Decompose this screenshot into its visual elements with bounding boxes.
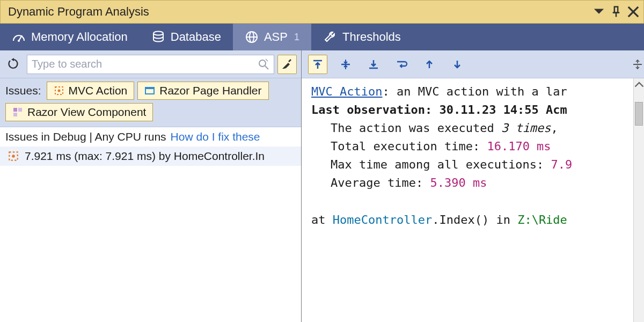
left-pane: Issues: MVC Action Razor Page Handler Ra… xyxy=(0,50,302,322)
expand-up-button[interactable] xyxy=(308,55,327,74)
split-container: Issues: MVC Action Razor Page Handler Ra… xyxy=(0,50,644,322)
mvc-action-icon xyxy=(54,85,64,96)
last-observation-value: 30.11.23 14:55 Acm xyxy=(439,103,567,116)
exec-count-prefix: The action was executed xyxy=(331,121,501,135)
tab-badge: 1 xyxy=(294,32,299,43)
gauge-icon xyxy=(12,30,26,44)
globe-icon xyxy=(245,30,259,44)
total-time-value: 16.170 ms xyxy=(487,140,551,153)
svg-rect-16 xyxy=(145,87,154,89)
avg-time-label: Average time: xyxy=(331,176,430,189)
svg-point-21 xyxy=(12,155,15,158)
refresh-button[interactable] xyxy=(4,55,24,74)
nav-down-button[interactable] xyxy=(448,55,467,74)
svg-rect-17 xyxy=(13,108,17,112)
svg-rect-18 xyxy=(18,108,22,112)
search-icon xyxy=(258,58,269,70)
mvc-desc-text: : an MVC action with a lar xyxy=(382,85,567,98)
razor-component-icon xyxy=(12,107,23,118)
svg-rect-19 xyxy=(13,113,17,116)
tab-strip: Memory Allocation Database ASP 1 Thresho… xyxy=(0,24,644,50)
last-observation-label: Last observation: xyxy=(311,103,439,116)
mvc-action-link[interactable]: MVC Action xyxy=(311,85,382,98)
expand-down-button[interactable] xyxy=(364,55,383,74)
scroll-thumb[interactable] xyxy=(635,102,643,126)
tab-label: Database xyxy=(171,30,221,44)
list-header-text: Issues in Debug | Any CPU runs xyxy=(5,130,166,143)
total-time-label: Total execution time: xyxy=(331,140,487,153)
tab-label: ASP xyxy=(264,30,288,44)
nav-up-button[interactable] xyxy=(420,55,439,74)
avg-time-value: 5.390 ms xyxy=(430,176,487,189)
right-pane: MVC Action: an MVC action with a lar Las… xyxy=(302,50,644,322)
vertical-scrollbar[interactable] xyxy=(633,78,644,322)
svg-point-7 xyxy=(153,32,163,35)
collapse-in-button[interactable] xyxy=(336,55,355,74)
exec-count-suffix: , xyxy=(551,121,558,135)
chip-label: Razor Page Handler xyxy=(159,84,261,97)
exec-count: 3 times xyxy=(501,121,551,135)
stack-at: at xyxy=(311,213,333,226)
max-time-label: Max time among all executions: xyxy=(331,158,551,171)
stack-method: .Index() xyxy=(432,213,489,226)
highlight-toggle[interactable] xyxy=(277,55,297,74)
svg-point-6 xyxy=(18,40,20,42)
right-toolbar xyxy=(302,50,644,78)
stack-type: HomeController xyxy=(333,213,432,226)
left-toolbar xyxy=(0,50,301,78)
stack-in: in xyxy=(489,213,517,226)
chip-razor-page-handler[interactable]: Razor Page Handler xyxy=(137,82,268,100)
help-link[interactable]: How do I fix these xyxy=(171,130,260,143)
chip-label: MVC Action xyxy=(69,84,128,97)
svg-point-14 xyxy=(57,90,60,92)
issue-text: 7.921 ms (max: 7.921 ms) by HomeControll… xyxy=(25,150,265,163)
database-icon xyxy=(151,30,165,44)
split-handle-icon[interactable] xyxy=(632,59,643,70)
issue-filter-row: Issues: MVC Action Razor Page Handler Ra… xyxy=(0,78,301,127)
tab-label: Memory Allocation xyxy=(31,30,128,44)
dropdown-icon[interactable] xyxy=(593,6,605,18)
tab-label: Thresholds xyxy=(342,30,401,44)
tab-thresholds[interactable]: Thresholds xyxy=(311,24,413,50)
wrench-icon xyxy=(323,30,337,44)
window-title: Dynamic Program Analysis xyxy=(8,5,149,19)
search-input[interactable] xyxy=(32,58,258,70)
titlebar-controls xyxy=(593,6,639,18)
tab-memory-allocation[interactable]: Memory Allocation xyxy=(0,24,140,50)
svg-line-12 xyxy=(265,66,268,69)
tab-database[interactable]: Database xyxy=(140,24,233,50)
issues-label: Issues: xyxy=(5,84,41,97)
chip-mvc-action[interactable]: MVC Action xyxy=(47,82,135,100)
razor-page-icon xyxy=(144,85,155,96)
chip-label: Razor View Component xyxy=(27,106,146,119)
issues-list-header: Issues in Debug | Any CPU runs How do I … xyxy=(0,127,301,147)
max-time-value: 7.9 xyxy=(551,158,573,171)
stack-path: Z:\Ride xyxy=(517,213,567,226)
titlebar: Dynamic Program Analysis xyxy=(0,0,644,24)
scroll-up-arrow[interactable] xyxy=(634,78,644,90)
chip-razor-view-component[interactable]: Razor View Component xyxy=(5,103,153,121)
close-icon[interactable] xyxy=(627,6,639,18)
issue-detail: MVC Action: an MVC action with a lar Las… xyxy=(302,78,644,233)
pin-icon[interactable] xyxy=(610,6,622,18)
tab-asp[interactable]: ASP 1 xyxy=(233,24,311,50)
svg-point-11 xyxy=(259,60,266,67)
mvc-action-icon xyxy=(8,150,19,162)
search-box[interactable] xyxy=(27,55,274,74)
svg-rect-0 xyxy=(614,7,618,13)
issue-row[interactable]: 7.921 ms (max: 7.921 ms) by HomeControll… xyxy=(0,147,301,166)
wrap-toggle[interactable] xyxy=(392,55,411,74)
